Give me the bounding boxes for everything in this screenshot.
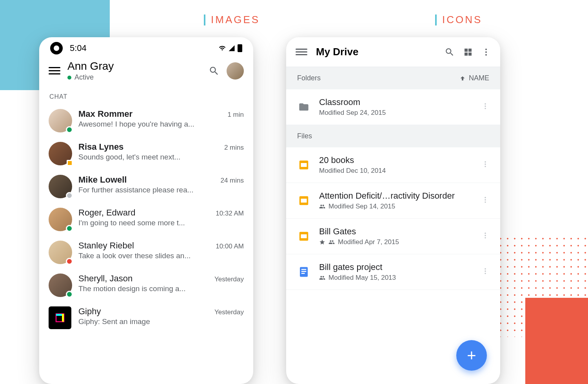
chat-name: Risa Lynes bbox=[78, 142, 123, 152]
file-item[interactable]: Bill Gates Modified Apr 7, 2015 bbox=[286, 219, 500, 254]
camera-icon bbox=[50, 42, 63, 54]
more-vertical-icon bbox=[481, 102, 489, 110]
chat-name: Sheryll, Jason bbox=[78, 274, 132, 284]
svg-point-13 bbox=[485, 166, 486, 167]
chat-preview: Giphy: Sent an image bbox=[78, 317, 244, 326]
folder-meta: Modified Sep 24, 2015 bbox=[319, 109, 473, 117]
folders-label: Folders bbox=[297, 74, 321, 82]
more-vertical-icon bbox=[481, 196, 489, 204]
sort-button[interactable]: NAME bbox=[459, 74, 489, 82]
more-vertical-icon bbox=[481, 47, 491, 57]
search-button[interactable] bbox=[445, 47, 455, 57]
sort-label: NAME bbox=[469, 74, 489, 82]
shared-icon bbox=[319, 203, 325, 210]
file-meta: Modified May 15, 2013 bbox=[319, 274, 473, 282]
menu-icon[interactable] bbox=[49, 67, 60, 74]
folder-name: Classroom bbox=[319, 97, 473, 107]
chat-time: Yesterday bbox=[214, 308, 244, 316]
heading-images: IMAGES bbox=[204, 14, 260, 26]
chat-item[interactable]: Risa Lynes 2 mins Sounds good, let's mee… bbox=[46, 137, 246, 170]
chat-preview: I'm going to need some more t... bbox=[78, 219, 244, 227]
item-more-button[interactable] bbox=[481, 160, 489, 170]
item-more-button[interactable] bbox=[481, 102, 489, 112]
wifi-icon bbox=[218, 45, 227, 52]
status-icons bbox=[218, 44, 242, 52]
file-item[interactable]: Attention Deficit/…ractivity Disorder Mo… bbox=[286, 183, 500, 219]
chat-preview: For further assistance please rea... bbox=[78, 186, 244, 194]
status-badge bbox=[66, 258, 73, 265]
heading-bar-icon bbox=[204, 14, 205, 25]
files-label: Files bbox=[297, 132, 312, 140]
search-icon[interactable] bbox=[209, 65, 220, 76]
chat-time: 10:32 AM bbox=[216, 210, 244, 217]
chat-time: 10:00 AM bbox=[216, 243, 244, 250]
chat-item[interactable]: Giphy Yesterday Giphy: Sent an image bbox=[46, 302, 246, 335]
svg-rect-10 bbox=[301, 163, 307, 167]
view-toggle-button[interactable] bbox=[463, 47, 473, 57]
chat-item[interactable]: Max Rommer 1 min Awesome! I hope you're … bbox=[46, 104, 246, 137]
menu-icon[interactable] bbox=[296, 49, 307, 55]
shared-icon bbox=[319, 275, 325, 281]
svg-rect-2 bbox=[62, 314, 64, 322]
file-item[interactable]: 20 books Modified Dec 10, 2014 bbox=[286, 147, 500, 183]
status-badge bbox=[66, 192, 73, 199]
file-item[interactable]: Bill gates project Modified May 15, 2013 bbox=[286, 254, 500, 290]
more-options-button[interactable] bbox=[481, 47, 491, 57]
folder-icon bbox=[297, 101, 310, 112]
appbar-title: Ann Gray bbox=[67, 60, 201, 72]
heading-images-label: IMAGES bbox=[211, 14, 260, 26]
slides-icon bbox=[298, 195, 310, 206]
svg-rect-27 bbox=[301, 273, 305, 274]
item-more-button[interactable] bbox=[481, 196, 489, 205]
item-more-button[interactable] bbox=[481, 267, 489, 277]
file-list: 20 books Modified Dec 10, 2014 Attention… bbox=[286, 147, 500, 290]
chat-item[interactable]: Stanley Riebel 10:00 AM Take a look over… bbox=[46, 236, 246, 269]
heading-icons-label: ICONS bbox=[442, 14, 482, 26]
active-status-icon bbox=[67, 76, 71, 80]
svg-point-18 bbox=[485, 201, 486, 203]
status-badge bbox=[66, 291, 73, 298]
chat-item[interactable]: Mike Lowell 24 mins For further assistan… bbox=[46, 170, 246, 203]
svg-point-4 bbox=[485, 51, 487, 53]
slides-icon bbox=[298, 159, 310, 171]
svg-rect-15 bbox=[301, 199, 307, 203]
chat-time: Yesterday bbox=[214, 275, 244, 283]
svg-point-16 bbox=[485, 197, 486, 198]
chat-item[interactable]: Roger, Edward 10:32 AM I'm going to need… bbox=[46, 203, 246, 236]
chat-name: Stanley Riebel bbox=[78, 241, 134, 251]
chat-item[interactable]: Sheryll, Jason Yesterday The motion desi… bbox=[46, 269, 246, 302]
phone-drive-mockup: My Drive Folders NAME Classroom Modified… bbox=[286, 37, 500, 384]
status-badge bbox=[66, 225, 73, 232]
fab-add-button[interactable]: + bbox=[456, 340, 487, 371]
svg-rect-20 bbox=[301, 234, 307, 238]
svg-point-28 bbox=[485, 268, 486, 270]
files-section-header: Files bbox=[286, 125, 500, 147]
file-meta: Modified Apr 7, 2015 bbox=[319, 238, 473, 246]
phone-chat-mockup: 5:04 Ann Gray Active CHAT Max Rommer 1 m… bbox=[39, 37, 253, 384]
chat-time: 24 mins bbox=[220, 177, 244, 185]
heading-icons: ICONS bbox=[435, 14, 482, 26]
chat-name: Max Rommer bbox=[78, 109, 132, 119]
chat-name: Roger, Edward bbox=[78, 208, 136, 218]
folder-item[interactable]: Classroom Modified Sep 24, 2015 bbox=[286, 89, 500, 125]
svg-point-5 bbox=[485, 54, 487, 56]
file-meta: Modified Sep 14, 2015 bbox=[319, 203, 473, 210]
profile-avatar[interactable] bbox=[227, 62, 244, 80]
status-badge bbox=[67, 160, 73, 166]
slides-icon bbox=[298, 230, 310, 242]
svg-point-22 bbox=[485, 235, 486, 236]
heading-bar-icon bbox=[435, 14, 437, 25]
svg-point-17 bbox=[485, 199, 486, 200]
file-name: Bill gates project bbox=[319, 262, 473, 272]
file-name: Bill Gates bbox=[319, 226, 473, 237]
chat-preview: Awesome! I hope you're having a... bbox=[78, 120, 244, 129]
plus-icon: + bbox=[467, 347, 476, 364]
shared-icon bbox=[328, 239, 335, 245]
cellular-icon bbox=[227, 45, 236, 52]
item-more-button[interactable] bbox=[481, 232, 489, 241]
chat-app-bar: Ann Gray Active bbox=[39, 58, 253, 87]
more-vertical-icon bbox=[481, 160, 489, 168]
svg-point-8 bbox=[485, 108, 486, 109]
svg-point-6 bbox=[485, 103, 486, 105]
file-meta: Modified Dec 10, 2014 bbox=[319, 167, 473, 175]
